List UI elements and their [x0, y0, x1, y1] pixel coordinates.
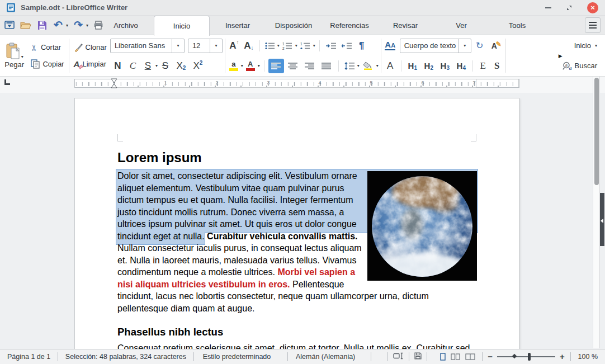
subscript-button[interactable]: X2 [173, 58, 190, 74]
bullet-list-dropdown-icon[interactable]: ▾ [277, 44, 280, 48]
indent-marker-icon[interactable] [111, 78, 117, 91]
paste-dropdown-icon[interactable]: ▾ [21, 55, 23, 59]
tab-insertar[interactable]: Insertar [210, 16, 266, 35]
show-sidebar-button[interactable] [600, 193, 604, 246]
paragraph-background-button[interactable] [361, 62, 375, 70]
align-center-button[interactable] [285, 62, 301, 70]
restore-button-icon[interactable] [566, 4, 573, 11]
underline-button[interactable]: S [140, 58, 155, 74]
paste-label[interactable]: Pegar [4, 60, 24, 69]
line-spacing-dropdown-icon[interactable]: ▾ [357, 64, 360, 68]
multi-page-view-icon[interactable] [451, 353, 460, 361]
heading2-style-button[interactable]: H2 [422, 58, 436, 74]
edit-style-button[interactable]: A✎ [488, 41, 500, 50]
zoom-percentage[interactable]: 100 % [571, 353, 605, 361]
font-size-combo[interactable]: 12 ▾ [188, 39, 223, 53]
undo-button[interactable]: ↶ [52, 19, 64, 31]
strong-style-button[interactable]: S [491, 58, 503, 74]
tab-stop-selector[interactable] [4, 79, 10, 85]
tab-ver[interactable]: Ver [433, 16, 489, 35]
numbered-list-button[interactable]: 1 2 [281, 42, 294, 50]
font-color-dropdown-icon[interactable]: ▾ [258, 64, 260, 68]
heading4-style-button[interactable]: H4 [454, 58, 469, 74]
clear-formatting-button[interactable]: A Limpiar [72, 56, 109, 73]
font-color-button[interactable]: A [244, 61, 257, 71]
no-character-style-button[interactable]: A [384, 58, 397, 74]
minimize-button-icon[interactable] [545, 7, 551, 8]
grow-font-button[interactable]: A↑ [228, 38, 241, 54]
selection-mode-icon[interactable] [388, 352, 409, 361]
book-view-icon[interactable] [465, 353, 475, 361]
character-dialog-button[interactable]: AA [384, 41, 397, 50]
zoom-slider-thumb[interactable] [528, 353, 531, 361]
section-menu-label[interactable]: Inicio [574, 41, 591, 50]
bold-text[interactable]: Curabitur vehicula convallis mattis. [205, 231, 358, 241]
separator [259, 40, 260, 51]
align-left-button[interactable] [268, 59, 284, 73]
earth-image[interactable] [367, 171, 477, 281]
paragraph-style-combo[interactable]: Cuerpo de texto ▾ [400, 39, 471, 53]
redo-button[interactable]: ↷ [72, 19, 84, 31]
horizontal-ruler[interactable]: 1 2 3 4 5 6 7 [74, 79, 519, 88]
page-style[interactable]: Estilo predeterminado [194, 353, 288, 361]
tab-tools[interactable]: Tools [489, 16, 545, 35]
strikethrough-button[interactable]: S [158, 58, 173, 74]
zoom-in-button[interactable]: + [560, 353, 565, 361]
tab-disposicion[interactable]: Disposición [266, 16, 322, 35]
line-spacing-button[interactable] [343, 62, 356, 70]
vertical-scrollbar[interactable] [593, 77, 600, 348]
document-heading2[interactable]: Phasellus nibh lectus [117, 326, 477, 338]
superscript-button[interactable]: X2 [190, 58, 206, 74]
document-paragraph-1[interactable]: Dolor sit amet, consectetur adipiscing e… [117, 170, 477, 314]
cut-button[interactable]: ✂ Cortar [29, 39, 66, 56]
zoom-slider[interactable] [497, 356, 555, 357]
emphasis-style-button[interactable]: E [477, 58, 489, 74]
document-modified-icon[interactable] [409, 352, 427, 361]
word-count[interactable]: Selección: 48 palabras, 324 caracteres [58, 353, 193, 361]
outline-list-button[interactable]: 1 [299, 42, 312, 50]
paste-icon[interactable] [6, 42, 20, 59]
menu-hamburger-icon[interactable] [585, 17, 601, 33]
document-page[interactable]: Lorem ipsum [74, 98, 519, 349]
search-button[interactable]: a d Buscar [563, 56, 597, 76]
heading1-style-button[interactable]: H1 [405, 58, 420, 74]
bullet-list-button[interactable] [264, 42, 276, 50]
update-style-button[interactable]: ↻ [474, 38, 485, 54]
justify-button[interactable] [319, 62, 334, 70]
increase-indent-button[interactable] [324, 42, 338, 50]
outline-list-dropdown-icon[interactable]: ▾ [313, 44, 315, 48]
align-right-button[interactable] [302, 62, 318, 70]
tab-revisar[interactable]: Revisar [377, 16, 433, 35]
heading3-style-button[interactable]: H3 [438, 58, 452, 74]
shrink-font-button[interactable]: A↓ [242, 38, 256, 54]
menubar-toggle-icon[interactable] [3, 19, 16, 31]
toolbar-expand-icon[interactable]: ▶ [559, 53, 563, 59]
highlight-color-button[interactable]: a [228, 61, 240, 71]
document-paragraph-2[interactable]: Consequat pretium scelerisque sit amet, … [117, 342, 477, 349]
clone-formatting-button[interactable]: Clonar [72, 39, 109, 56]
document-heading1[interactable]: Lorem ipsum [117, 150, 477, 166]
bold-button[interactable]: N [110, 58, 125, 74]
tab-referencias[interactable]: Referencias [322, 16, 377, 35]
decrease-indent-button[interactable] [339, 42, 354, 50]
tab-inicio[interactable]: Inicio [154, 16, 210, 36]
paragraph-background-dropdown-icon[interactable]: ▾ [376, 64, 379, 68]
redo-dropdown-icon[interactable]: ▾ [86, 23, 88, 28]
section-menu-dropdown-icon[interactable]: ▾ [595, 44, 597, 48]
single-page-view-icon[interactable] [440, 353, 446, 361]
zoom-out-button[interactable]: − [488, 353, 493, 361]
italic-button[interactable]: C [125, 58, 140, 74]
text-language[interactable]: Alemán (Alemania) [288, 353, 371, 361]
scrollbar-thumb[interactable] [594, 78, 599, 185]
highlight-dropdown-icon[interactable]: ▾ [241, 64, 243, 68]
font-name-combo[interactable]: Liberation Sans ▾ [110, 39, 185, 53]
numbered-list-dropdown-icon[interactable]: ▾ [295, 44, 297, 48]
open-file-icon[interactable] [20, 19, 32, 31]
tab-archivo[interactable]: Archivo [98, 16, 154, 35]
page-count[interactable]: Página 1 de 1 [0, 353, 58, 361]
formatting-marks-button[interactable]: ¶ [355, 38, 368, 54]
close-button[interactable]: × [587, 2, 598, 13]
copy-button[interactable]: Copiar [29, 56, 66, 73]
save-icon[interactable] [36, 19, 48, 31]
undo-dropdown-icon[interactable]: ▾ [66, 23, 68, 28]
